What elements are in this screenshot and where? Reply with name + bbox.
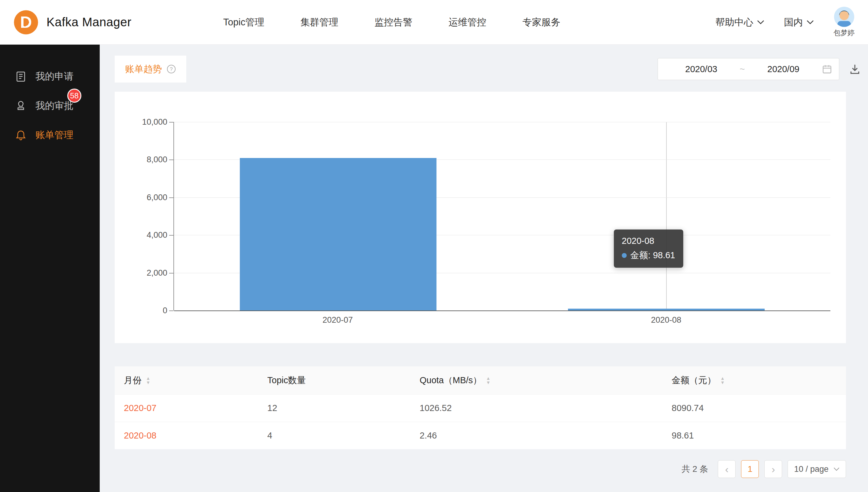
y-axis-labels: 02,0004,0006,0008,00010,000 bbox=[115, 122, 167, 311]
sort-icon: ▲ ▼ bbox=[486, 376, 491, 385]
table-header-row: 月份 ▲ ▼ Topic数量 Quota（MB/s） ▲ ▼ bbox=[115, 366, 846, 394]
col-label: 金额（元） bbox=[672, 374, 716, 387]
tooltip-row: 金额: 98.61 bbox=[622, 249, 675, 262]
date-range-picker[interactable]: 2020/03 ~ 2020/09 bbox=[658, 58, 839, 80]
prev-page-button[interactable]: ‹ bbox=[718, 460, 735, 478]
sidebar-item-billing-management[interactable]: 账单管理 bbox=[0, 120, 100, 150]
svg-text:D: D bbox=[20, 13, 32, 31]
region-label: 国内 bbox=[784, 16, 803, 29]
top-header: D Kafka Manager Topic管理 集群管理 监控告警 运维管控 专… bbox=[0, 0, 868, 45]
month-link[interactable]: 2020-08 bbox=[115, 430, 258, 441]
nav-ops-control[interactable]: 运维管控 bbox=[448, 16, 486, 29]
sort-icon: ▲ ▼ bbox=[146, 376, 150, 385]
sidebar-item-my-applications[interactable]: 我的申请 bbox=[0, 62, 100, 91]
avatar bbox=[834, 7, 854, 27]
help-center-label: 帮助中心 bbox=[715, 16, 753, 29]
kafka-manager-logo: D bbox=[13, 9, 39, 35]
chart-plot[interactable]: 2020-08 金额: 98.61 bbox=[173, 122, 830, 311]
chevron-down-icon bbox=[806, 20, 814, 24]
col-amount[interactable]: 金额（元） ▲ ▼ bbox=[662, 374, 846, 387]
question-circle-icon: ? bbox=[167, 65, 176, 74]
content-area: 账单趋势 ? 2020/03 ~ 2020/09 bbox=[100, 45, 868, 492]
billing-table: 月份 ▲ ▼ Topic数量 Quota（MB/s） ▲ ▼ bbox=[115, 366, 846, 449]
nav-topic-management[interactable]: Topic管理 bbox=[223, 16, 264, 29]
tooltip-title: 2020-08 bbox=[622, 235, 675, 248]
col-label: 月份 bbox=[124, 374, 142, 387]
sidebar-item-my-approvals[interactable]: 我的审批 58 bbox=[0, 91, 100, 120]
table-row: 2020-08 4 2.46 98.61 bbox=[115, 422, 846, 449]
date-start-value[interactable]: 2020/03 bbox=[665, 64, 738, 74]
caret-down-icon: ▼ bbox=[486, 380, 491, 385]
col-month[interactable]: 月份 ▲ ▼ bbox=[115, 374, 258, 387]
y-tick-label: 10,000 bbox=[142, 117, 167, 127]
series-dot-icon bbox=[622, 253, 627, 258]
sidebar-item-label: 我的申请 bbox=[36, 70, 73, 83]
sidebar-item-label: 我的审批 bbox=[36, 99, 73, 112]
x-category-label: 2020-08 bbox=[651, 315, 681, 325]
svg-text:?: ? bbox=[170, 66, 172, 72]
table-row: 2020-07 12 1026.52 8090.74 bbox=[115, 394, 846, 422]
brand[interactable]: D Kafka Manager bbox=[13, 9, 132, 35]
download-button[interactable] bbox=[848, 62, 862, 76]
username: 包梦婷 bbox=[834, 28, 854, 38]
y-tick-label: 0 bbox=[163, 306, 167, 315]
next-page-button[interactable]: › bbox=[764, 460, 782, 478]
month-link[interactable]: 2020-07 bbox=[115, 403, 258, 413]
nav-cluster-management[interactable]: 集群管理 bbox=[300, 16, 338, 29]
col-topic-count: Topic数量 bbox=[258, 374, 410, 387]
download-icon bbox=[849, 63, 861, 75]
topics-cell: 12 bbox=[258, 403, 410, 413]
col-label: Topic数量 bbox=[267, 374, 306, 387]
main-nav: Topic管理 集群管理 监控告警 运维管控 专家服务 bbox=[223, 16, 560, 29]
amount-cell: 8090.74 bbox=[662, 403, 846, 413]
bill-icon bbox=[15, 129, 27, 141]
total-count: 共 2 条 bbox=[681, 463, 708, 475]
gridline bbox=[174, 122, 830, 122]
main-layout: 我的申请 我的审批 58 账单管理 账单趋势 ? bbox=[0, 45, 868, 492]
region-menu[interactable]: 国内 bbox=[784, 16, 814, 29]
toolbar: 账单趋势 ? 2020/03 ~ 2020/09 bbox=[115, 56, 862, 82]
sort-icon: ▲ ▼ bbox=[720, 376, 725, 385]
y-tick-label: 8,000 bbox=[146, 155, 167, 165]
chart-tooltip: 2020-08 金额: 98.61 bbox=[614, 229, 683, 268]
topics-cell: 4 bbox=[258, 430, 410, 441]
col-quota[interactable]: Quota（MB/s） ▲ ▼ bbox=[410, 374, 662, 387]
quota-cell: 2.46 bbox=[410, 430, 662, 441]
nav-monitor-alert[interactable]: 监控告警 bbox=[374, 16, 412, 29]
nav-expert-service[interactable]: 专家服务 bbox=[522, 16, 560, 29]
chevron-down-icon bbox=[834, 467, 840, 471]
toolbar-right: 2020/03 ~ 2020/09 bbox=[658, 58, 862, 80]
calendar-icon bbox=[822, 64, 832, 74]
tooltip-value: 金额: 98.61 bbox=[630, 249, 675, 262]
tab-label: 账单趋势 bbox=[125, 63, 162, 75]
crosshair-line bbox=[666, 122, 667, 311]
x-axis-labels: 2020-072020-08 bbox=[173, 315, 830, 327]
sidebar-item-label: 账单管理 bbox=[36, 129, 73, 142]
caret-down-icon: ▼ bbox=[146, 380, 150, 385]
pagination: 共 2 条 ‹ 1 › 10 / page bbox=[115, 460, 862, 478]
bar-2020-07[interactable] bbox=[240, 158, 437, 311]
tab-billing-trend[interactable]: 账单趋势 ? bbox=[115, 56, 186, 82]
user-menu[interactable]: 包梦婷 bbox=[834, 7, 854, 38]
date-separator: ~ bbox=[738, 64, 747, 74]
caret-down-icon: ▼ bbox=[720, 380, 725, 385]
y-tick-label: 4,000 bbox=[146, 230, 167, 240]
stamp-icon bbox=[15, 100, 27, 112]
bar-2020-08[interactable] bbox=[568, 309, 765, 311]
page-size-select[interactable]: 10 / page bbox=[788, 460, 846, 478]
x-axis-line bbox=[174, 311, 830, 311]
col-label: Quota（MB/s） bbox=[420, 374, 482, 387]
chevron-left-icon: ‹ bbox=[725, 463, 729, 475]
quota-cell: 1026.52 bbox=[410, 403, 662, 413]
app-title: Kafka Manager bbox=[46, 15, 132, 29]
amount-cell: 98.61 bbox=[662, 430, 846, 441]
approvals-count-badge: 58 bbox=[67, 89, 81, 103]
x-category-label: 2020-07 bbox=[322, 315, 353, 325]
header-right: 帮助中心 国内 包梦婷 bbox=[715, 7, 854, 38]
page-size-value: 10 / page bbox=[794, 465, 828, 474]
help-center-menu[interactable]: 帮助中心 bbox=[715, 16, 764, 29]
date-end-value[interactable]: 2020/09 bbox=[747, 64, 820, 74]
chevron-right-icon: › bbox=[772, 463, 775, 475]
sidebar: 我的申请 我的审批 58 账单管理 bbox=[0, 45, 100, 492]
page-1-button[interactable]: 1 bbox=[741, 460, 759, 478]
